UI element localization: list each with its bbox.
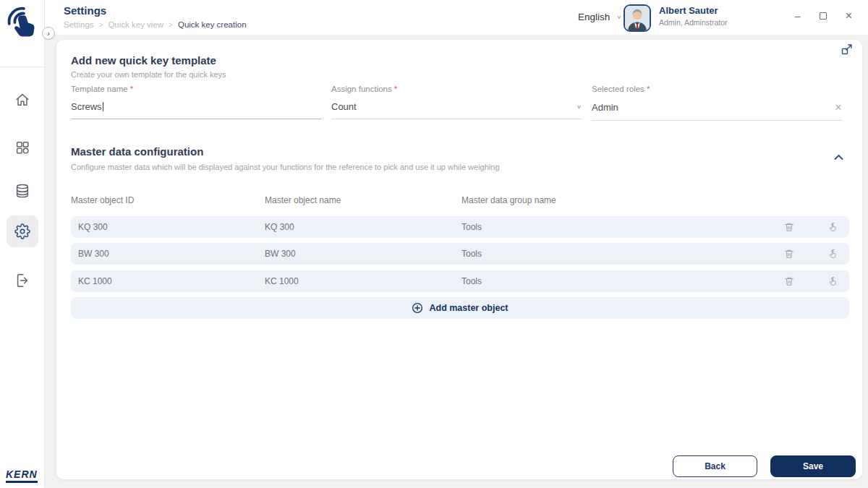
avatar-photo <box>625 6 650 30</box>
template-name-field: Template name* Screws <box>71 85 321 121</box>
kern-brand-logo: KERN <box>6 468 38 483</box>
breadcrumb: Settings > Quick key view > Quick key cr… <box>64 20 247 29</box>
cell-master-object-name: KQ 300 <box>265 222 461 232</box>
table-header: Master object ID Master object name Mast… <box>71 195 849 205</box>
form-title: Add new quick key template <box>71 54 216 67</box>
cell-master-data-group: Tools <box>461 249 784 259</box>
user-avatar[interactable] <box>624 4 651 32</box>
logout-icon <box>14 273 30 288</box>
trash-icon[interactable] <box>784 222 794 232</box>
collapse-chevron-icon[interactable] <box>834 154 843 160</box>
cell-master-data-group: Tools <box>461 276 784 286</box>
cell-master-object-id: KC 1000 <box>71 276 265 286</box>
required-asterisk: * <box>647 85 650 93</box>
save-button[interactable]: Save <box>770 455 856 477</box>
maximize-button[interactable] <box>820 12 827 20</box>
minimize-button[interactable]: – <box>795 10 801 22</box>
selected-roles-label: Selected roles* <box>592 85 842 93</box>
sidebar-item-home[interactable] <box>7 84 38 116</box>
master-section-title: Master data configuration <box>71 145 203 158</box>
back-button[interactable]: Back <box>673 455 757 477</box>
assign-functions-label: Assign functions* <box>331 85 582 93</box>
template-name-input[interactable]: Screws <box>71 101 321 119</box>
required-asterisk: * <box>130 85 133 93</box>
content-card: Add new quick key template Create your o… <box>56 40 862 479</box>
circle-plus-icon <box>412 302 423 314</box>
window-controls: – × <box>795 9 852 22</box>
row-actions <box>784 222 849 232</box>
breadcrumb-item[interactable]: Settings <box>64 20 94 29</box>
row-actions <box>784 276 849 286</box>
sidebar-item-database[interactable] <box>7 175 38 207</box>
touch-hand-icon[interactable] <box>828 249 838 259</box>
breadcrumb-item-current: Quick key creation <box>178 20 247 29</box>
table-row: KQ 300 KQ 300 Tools <box>71 216 849 238</box>
chevron-down-icon: ∨ <box>616 14 621 20</box>
user-role: Admin, Adminstrator <box>659 18 728 27</box>
assign-functions-select[interactable]: Count ∨ <box>331 101 582 119</box>
breadcrumb-separator-icon: > <box>99 21 103 29</box>
required-asterisk: * <box>394 85 397 93</box>
column-header: Master object name <box>265 195 461 205</box>
text-cursor <box>103 102 103 111</box>
form-fields-row: Template name* Screws Assign functions* … <box>71 85 842 121</box>
add-master-object-button[interactable]: Add master object <box>71 297 849 319</box>
user-info[interactable]: Albert Sauter Admin, Adminstrator <box>659 5 728 27</box>
column-header: Master object ID <box>71 195 265 205</box>
cell-master-object-name: BW 300 <box>265 249 461 259</box>
cell-master-data-group: Tools <box>461 222 784 232</box>
cell-master-object-name: KC 1000 <box>265 276 461 286</box>
home-icon <box>14 92 30 108</box>
form-subtitle: Create your own template for the quick k… <box>71 70 226 79</box>
trash-icon[interactable] <box>784 276 794 286</box>
master-section-subtitle: Configure master data which will be disp… <box>71 163 500 171</box>
add-master-object-label: Add master object <box>429 303 508 313</box>
sidebar-expand-button[interactable]: › <box>42 27 55 40</box>
template-name-label: Template name* <box>71 85 321 93</box>
chevron-right-icon: › <box>47 30 50 38</box>
sidebar-divider <box>0 67 45 67</box>
breadcrumb-item[interactable]: Quick key view <box>108 20 163 29</box>
sidebar-item-settings[interactable] <box>7 215 38 247</box>
page-title: Settings <box>64 4 106 17</box>
table-row: KC 1000 KC 1000 Tools <box>71 270 849 292</box>
gear-icon <box>14 223 30 239</box>
breadcrumb-separator-icon: > <box>169 21 173 29</box>
cell-master-object-id: BW 300 <box>71 249 265 259</box>
user-name: Albert Sauter <box>659 5 728 16</box>
fullscreen-expand-icon[interactable] <box>841 43 853 55</box>
cell-master-object-id: KQ 300 <box>71 222 265 232</box>
language-label: English <box>578 12 610 22</box>
table-row: BW 300 BW 300 Tools <box>71 243 849 265</box>
database-icon <box>14 183 30 199</box>
sidebar-item-logout[interactable] <box>7 265 38 296</box>
selected-roles-field: Selected roles* Admin × <box>592 85 842 121</box>
language-selector[interactable]: English ∨ <box>578 12 622 22</box>
touch-hand-icon[interactable] <box>828 276 838 286</box>
close-button[interactable]: × <box>846 9 852 22</box>
clear-x-icon[interactable]: × <box>835 101 842 114</box>
sidebar-item-apps[interactable] <box>7 132 38 163</box>
assign-functions-field: Assign functions* Count ∨ <box>331 85 582 121</box>
selected-roles-select[interactable]: Admin × <box>592 101 842 121</box>
chevron-down-icon: ∨ <box>576 103 582 109</box>
apps-grid-icon <box>14 140 30 155</box>
column-header: Master data group name <box>461 195 849 205</box>
touch-hand-icon[interactable] <box>828 222 838 232</box>
topbar: Settings Settings > Quick key view > Qui… <box>45 0 868 35</box>
row-actions <box>784 249 849 259</box>
trash-icon[interactable] <box>784 249 794 259</box>
sidebar: KERN <box>0 0 45 488</box>
kern-touch-logo-icon <box>6 4 39 40</box>
